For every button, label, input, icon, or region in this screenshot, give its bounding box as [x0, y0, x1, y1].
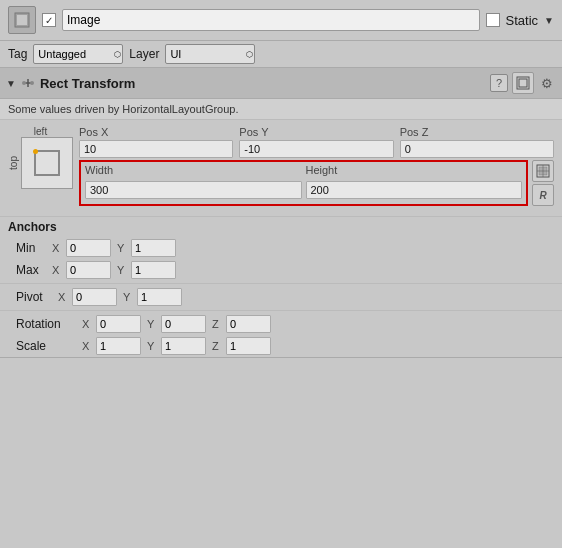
label-left: left	[34, 126, 47, 137]
scale-z-input[interactable]	[226, 337, 271, 355]
transform-icon	[20, 75, 36, 91]
pos-headers-row: Pos X Pos Y Pos Z	[79, 126, 554, 138]
component-header: ▼ Rect Transform ? ⚙	[0, 68, 562, 99]
scale-y-group: Y	[147, 337, 206, 355]
anchors-max-row: Max X Y	[0, 259, 562, 281]
pos-x-input[interactable]	[79, 140, 233, 158]
top-bar: Static ▼	[0, 0, 562, 41]
scale-label: Scale	[16, 339, 76, 353]
tag-select[interactable]: Untagged	[33, 44, 123, 64]
static-label: Static	[506, 13, 539, 28]
pivot-y-group: Y	[123, 288, 182, 306]
rotation-y-input[interactable]	[161, 315, 206, 333]
transform-body: left top Pos X Pos Y Pos Z	[0, 120, 562, 216]
min-y-input[interactable]	[131, 239, 176, 257]
max-x-input[interactable]	[66, 261, 111, 279]
divider-1	[0, 283, 562, 284]
svg-rect-1	[17, 15, 27, 25]
tag-layer-bar: Tag Untagged Layer UI	[0, 41, 562, 68]
max-y-input[interactable]	[131, 261, 176, 279]
layer-select[interactable]: UI	[165, 44, 255, 64]
pos-fields-area: Pos X Pos Y Pos Z Width Height	[79, 126, 554, 206]
rotation-y-label: Y	[147, 318, 159, 330]
min-label: Min	[16, 241, 46, 255]
scale-x-label: X	[82, 340, 94, 352]
height-header: Height	[306, 164, 523, 179]
label-top: top	[8, 156, 19, 170]
height-input[interactable]	[306, 181, 523, 199]
driven-notice: Some values driven by HorizontalLayoutGr…	[0, 99, 562, 120]
rotation-y-group: Y	[147, 315, 206, 333]
anchor-dot	[33, 149, 38, 154]
wh-buttons: R	[532, 160, 554, 206]
rotation-label: Rotation	[16, 317, 76, 331]
pos-x-header: Pos X	[79, 126, 233, 138]
layout-icon[interactable]	[512, 72, 534, 94]
pos-values-row	[79, 140, 554, 158]
anchors-label: Anchors	[8, 220, 63, 234]
anchors-min-row: Min X Y	[0, 237, 562, 259]
fold-arrow[interactable]: ▼	[6, 78, 16, 89]
pos-y-input[interactable]	[239, 140, 393, 158]
rotation-x-label: X	[82, 318, 94, 330]
scale-y-input[interactable]	[161, 337, 206, 355]
wh-area: Width Height	[79, 160, 554, 206]
tag-label: Tag	[8, 47, 27, 61]
max-y-label: Y	[117, 264, 129, 276]
active-checkbox[interactable]	[42, 13, 56, 27]
pivot-y-label: Y	[123, 291, 135, 303]
object-name-input[interactable]	[62, 9, 480, 31]
rotation-z-label: Z	[212, 318, 224, 330]
scale-row: Scale X Y Z	[0, 335, 562, 357]
blueprint-button[interactable]: R	[532, 184, 554, 206]
min-y-group: Y	[117, 239, 176, 257]
wh-highlight-box: Width Height	[79, 160, 528, 206]
rotation-x-group: X	[82, 315, 141, 333]
pivot-x-label: X	[58, 291, 70, 303]
divider-2	[0, 310, 562, 311]
svg-point-5	[30, 81, 34, 85]
pos-y-header: Pos Y	[239, 126, 393, 138]
pivot-label: Pivot	[16, 290, 52, 304]
scale-y-label: Y	[147, 340, 159, 352]
min-x-group: X	[52, 239, 111, 257]
pivot-y-input[interactable]	[137, 288, 182, 306]
pivot-row: Pivot X Y	[0, 286, 562, 308]
static-dropdown-arrow[interactable]: ▼	[544, 15, 554, 26]
scale-x-input[interactable]	[96, 337, 141, 355]
rotation-z-group: Z	[212, 315, 271, 333]
pos-z-header: Pos Z	[400, 126, 554, 138]
pos-z-input[interactable]	[400, 140, 554, 158]
width-header: Width	[85, 164, 302, 179]
width-input[interactable]	[85, 181, 302, 199]
rotation-x-input[interactable]	[96, 315, 141, 333]
min-y-label: Y	[117, 242, 129, 254]
max-y-group: Y	[117, 261, 176, 279]
anchor-box	[34, 150, 60, 176]
active-checkbox-container	[42, 13, 56, 27]
max-x-group: X	[52, 261, 111, 279]
static-checkbox[interactable]	[486, 13, 500, 27]
anchor-preset-button[interactable]	[532, 160, 554, 182]
gear-icon[interactable]: ⚙	[538, 74, 556, 92]
anchor-visual[interactable]	[21, 137, 73, 189]
object-icon	[8, 6, 36, 34]
max-x-label: X	[52, 264, 64, 276]
tag-select-wrapper: Untagged	[33, 44, 123, 64]
svg-rect-7	[519, 79, 527, 87]
pivot-x-group: X	[58, 288, 117, 306]
rotation-z-input[interactable]	[226, 315, 271, 333]
component-title: Rect Transform	[40, 76, 486, 91]
min-x-label: X	[52, 242, 64, 254]
info-icon[interactable]: ?	[490, 74, 508, 92]
pivot-x-input[interactable]	[72, 288, 117, 306]
min-x-input[interactable]	[66, 239, 111, 257]
svg-point-4	[22, 81, 26, 85]
layer-select-wrapper: UI	[165, 44, 255, 64]
scale-z-label: Z	[212, 340, 224, 352]
scale-x-group: X	[82, 337, 141, 355]
scale-z-group: Z	[212, 337, 271, 355]
layer-label: Layer	[129, 47, 159, 61]
rotation-row: Rotation X Y Z	[0, 313, 562, 335]
anchors-section-row: Anchors	[0, 216, 562, 237]
